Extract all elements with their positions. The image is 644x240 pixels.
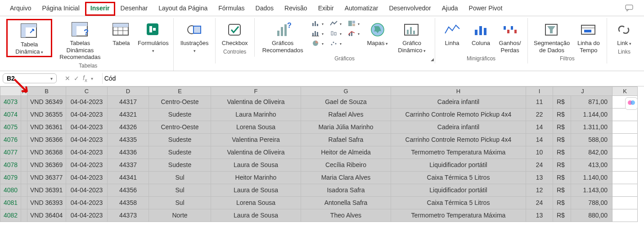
cell[interactable]: 880,00 [571, 209, 612, 222]
cell[interactable]: 1.144,00 [571, 108, 612, 121]
cell[interactable]: 04-04-2023 [66, 184, 108, 196]
enter-icon[interactable]: ✓ [74, 75, 79, 82]
cell[interactable] [21, 95, 27, 108]
col-header-h[interactable]: H [391, 86, 526, 95]
fx-icon[interactable]: fx [83, 74, 87, 83]
link-button[interactable]: Link [611, 19, 638, 48]
forms-button[interactable]: Formulários [136, 19, 170, 54]
cell[interactable]: 04-04-2023 [66, 133, 108, 146]
column-chart-button[interactable] [309, 19, 326, 28]
cell[interactable]: Lorena Sousa [211, 121, 301, 133]
cell[interactable]: R$ [553, 209, 571, 222]
cell[interactable]: Antonella Safra [301, 196, 391, 209]
menu-revisao[interactable]: Revisão [279, 2, 313, 16]
cell[interactable]: Sudeste [149, 158, 211, 171]
col-header-c[interactable]: C [66, 86, 108, 95]
cell[interactable]: VND 36366 [27, 133, 66, 146]
cell[interactable]: 13 [526, 171, 553, 184]
col-header-g[interactable]: G [301, 86, 391, 95]
cell[interactable]: R$ [553, 158, 571, 171]
row-header[interactable]: 4077 [0, 146, 21, 158]
cell[interactable]: 10 [526, 146, 553, 158]
timeline-button[interactable]: Linha do Tempo [574, 19, 603, 54]
cell[interactable]: 44317 [108, 95, 149, 108]
cell[interactable]: 22 [526, 108, 553, 121]
cell[interactable]: 04-04-2023 [66, 146, 108, 158]
row-header[interactable]: 4079 [0, 171, 21, 184]
cell[interactable]: 44373 [108, 209, 149, 222]
recommended-pivot-button[interactable]: ? Tabelas Dinâmicas Recomendadas [54, 19, 106, 62]
cell[interactable]: Valentina Pereira [211, 133, 301, 146]
cell[interactable]: 842,00 [571, 146, 612, 158]
cell[interactable]: 871,00 [571, 95, 612, 108]
cell[interactable]: R$ [553, 196, 571, 209]
slicer-button[interactable]: Segmentação de Dados [531, 19, 572, 54]
cell[interactable]: 14 [526, 133, 553, 146]
cell[interactable]: 1.140,00 [571, 171, 612, 184]
cell[interactable]: Sudeste [149, 146, 211, 158]
cell[interactable]: Cadeira infantil [391, 95, 526, 108]
cell[interactable]: VND 36377 [27, 171, 66, 184]
cell[interactable]: Termometro Temperatura Máxima [391, 209, 526, 222]
row-header[interactable]: 4081 [0, 196, 21, 209]
row-header[interactable]: 4076 [0, 133, 21, 146]
cell[interactable]: Isadora Safra [301, 184, 391, 196]
treemap-chart-button[interactable] [345, 19, 362, 28]
cell[interactable] [21, 133, 27, 146]
cell[interactable]: 588,00 [571, 133, 612, 146]
cell[interactable]: VND 36349 [27, 95, 66, 108]
col-header-b[interactable]: B [27, 86, 66, 95]
cell[interactable]: Lorena Sousa [211, 196, 301, 209]
row-header[interactable]: 4082 [0, 209, 21, 222]
cell[interactable]: VND 36393 [27, 196, 66, 209]
cell[interactable]: 44326 [108, 121, 149, 133]
sparkline-winloss-button[interactable]: Ganhos/ Perdas [496, 19, 524, 54]
cell[interactable]: Carrinho Controle Remoto Pickup 4x4 [391, 108, 526, 121]
illustrations-button[interactable]: Ilustrações [177, 19, 211, 54]
cell[interactable]: R$ [553, 95, 571, 108]
sparkline-column-button[interactable]: Coluna [468, 19, 495, 48]
cell[interactable] [21, 209, 27, 222]
cell[interactable]: 413,00 [571, 158, 612, 171]
cell[interactable]: Laura de Sousa [211, 184, 301, 196]
cell[interactable]: 11 [526, 95, 553, 108]
hierarchy-chart-button[interactable] [309, 29, 326, 38]
cell[interactable]: Maria Clara Alves [301, 171, 391, 184]
cell[interactable]: 14 [526, 121, 553, 133]
maps-button[interactable]: Mapas [364, 19, 391, 48]
cell[interactable]: R$ [553, 184, 571, 196]
cell[interactable]: Laura de Sousa [211, 158, 301, 171]
cell[interactable]: Maria Júlia Marinho [301, 121, 391, 133]
cell[interactable]: 04-04-2023 [66, 108, 108, 121]
cell[interactable]: Theo Alves [301, 209, 391, 222]
name-box[interactable]: ▾ [3, 73, 57, 83]
comments-icon[interactable] [620, 2, 639, 16]
cell[interactable] [612, 171, 638, 184]
cell[interactable]: 44358 [108, 196, 149, 209]
pie-chart-button[interactable] [309, 39, 326, 48]
cell[interactable]: Liquidificador portátil [391, 184, 526, 196]
cell[interactable] [612, 146, 638, 158]
menu-automatizar[interactable]: Automatizar [339, 2, 384, 16]
copilot-button[interactable] [625, 97, 638, 110]
col-header-e[interactable]: E [149, 86, 211, 95]
cell[interactable]: Sul [149, 171, 211, 184]
scatter-chart-button[interactable] [327, 39, 344, 48]
cell[interactable] [612, 184, 638, 196]
cell[interactable] [21, 108, 27, 121]
cell[interactable]: 44335 [108, 133, 149, 146]
cell[interactable]: 24 [526, 196, 553, 209]
cell[interactable]: VND 36361 [27, 121, 66, 133]
cell[interactable]: 04-04-2023 [66, 171, 108, 184]
menu-formulas[interactable]: Fórmulas [213, 2, 250, 16]
cell[interactable]: 1.143,00 [571, 184, 612, 196]
cancel-icon[interactable]: ✕ [65, 75, 70, 82]
cell[interactable]: Sudeste [149, 133, 211, 146]
menu-layout[interactable]: Layout da Página [153, 2, 213, 16]
cell[interactable] [21, 196, 27, 209]
cell[interactable]: 24 [526, 158, 553, 171]
cell[interactable]: Laura Marinho [211, 108, 301, 121]
cell[interactable]: 44356 [108, 184, 149, 196]
cell[interactable]: Heitor Marinho [211, 171, 301, 184]
row-header[interactable]: 4075 [0, 121, 21, 133]
